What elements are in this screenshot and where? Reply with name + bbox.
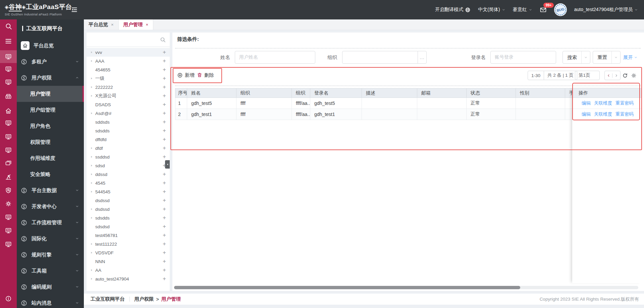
caret-right-icon[interactable] xyxy=(90,181,95,185)
add-node-button[interactable]: + xyxy=(163,136,166,142)
tree-node-10[interactable]: dffdfd+ xyxy=(87,135,170,144)
tree-node-0[interactable]: vvv+ xyxy=(87,48,170,57)
add-node-button[interactable]: + xyxy=(163,93,166,99)
tree-node-9[interactable]: sdsdds+ xyxy=(87,126,170,135)
next-page-button[interactable] xyxy=(612,73,620,78)
breadcrumb-parent[interactable]: 用户权限 xyxy=(135,296,154,302)
add-node-button[interactable]: + xyxy=(163,101,166,108)
add-node-button[interactable]: + xyxy=(163,275,166,282)
avatar[interactable]: BUG xyxy=(554,3,567,16)
search-button[interactable]: 搜索 xyxy=(562,51,590,64)
tree-node-22[interactable]: test111222+ xyxy=(87,240,170,248)
reset-button[interactable]: 重置 xyxy=(593,51,621,64)
close-tab-icon[interactable]: × xyxy=(146,22,149,27)
table-row[interactable]: 2gdh_test1ffffffff/aa...gdh_test1正常 xyxy=(175,109,572,120)
add-node-button[interactable]: + xyxy=(163,258,166,264)
menu-fold-icon[interactable] xyxy=(70,6,78,13)
screen-icon[interactable] xyxy=(0,130,17,143)
caret-right-icon[interactable] xyxy=(90,164,95,167)
tab-1[interactable]: 用户管理× xyxy=(119,19,154,30)
screen-icon[interactable] xyxy=(0,117,17,129)
refresh-icon[interactable] xyxy=(622,71,628,80)
user-menu[interactable]: auto_test247904租户管理员 xyxy=(574,7,638,13)
op-link-重置密码[interactable]: 重置密码 xyxy=(615,111,634,117)
page-number-input[interactable]: 第1页 xyxy=(575,71,600,80)
add-node-button[interactable]: + xyxy=(163,214,166,221)
home-icon[interactable] xyxy=(0,105,17,117)
screen-icon[interactable] xyxy=(0,224,17,237)
sidebar-item-8[interactable]: 安全策略 xyxy=(17,166,84,182)
sidebar-item-0[interactable]: 平台总览 xyxy=(17,38,84,54)
tab-0[interactable]: 平台总览× xyxy=(84,19,119,30)
add-node-button[interactable]: + xyxy=(163,66,166,73)
robot-icon[interactable] xyxy=(0,171,17,183)
add-node-button[interactable]: + xyxy=(163,153,166,160)
messages-button[interactable]: 99+ xyxy=(540,6,547,13)
add-node-button[interactable]: + xyxy=(163,127,166,134)
tree-node-21[interactable]: test456781+ xyxy=(87,231,170,240)
close-tab-icon[interactable]: × xyxy=(111,22,114,27)
sidebar-item-12[interactable]: 国际化 xyxy=(17,231,84,247)
caret-right-icon[interactable] xyxy=(90,77,95,80)
sidebar-item-5[interactable]: 用户角色 xyxy=(17,118,84,134)
add-node-button[interactable]: + xyxy=(163,267,166,273)
caret-right-icon[interactable] xyxy=(90,277,95,281)
caret-right-icon[interactable] xyxy=(90,251,95,254)
sidebar-item-1[interactable]: 多租户 xyxy=(17,54,84,70)
shield-icon[interactable] xyxy=(0,184,17,197)
collapse-panel-handle[interactable] xyxy=(165,160,170,169)
tree-node-20[interactable]: sdsdsd+ xyxy=(87,222,170,231)
add-node-button[interactable]: + xyxy=(163,180,166,186)
add-node-button[interactable]: + xyxy=(163,49,166,55)
sidebar-item-9[interactable]: 平台主数据 xyxy=(17,182,84,198)
info-icon[interactable] xyxy=(0,292,17,305)
add-node-button[interactable]: + xyxy=(163,119,166,125)
tree-node-2[interactable]: 454655+ xyxy=(87,65,170,74)
caret-right-icon[interactable] xyxy=(90,173,95,176)
org-input[interactable] xyxy=(342,51,418,64)
menu-icon[interactable] xyxy=(0,35,17,48)
tree-node-3[interactable]: 一级+ xyxy=(87,74,170,83)
org-picker-button[interactable]: ... xyxy=(418,51,427,64)
sidebar-item-16[interactable]: 站内消息 xyxy=(17,295,84,308)
caret-right-icon[interactable] xyxy=(90,146,95,150)
tree-node-23[interactable]: VDSVDF+ xyxy=(87,248,170,257)
tree-node-8[interactable]: sddsds+ xyxy=(87,118,170,126)
add-node-button[interactable]: + xyxy=(163,206,166,212)
add-node-button[interactable]: + xyxy=(163,197,166,203)
op-link-编辑[interactable]: 编辑 xyxy=(582,111,591,117)
caret-right-icon[interactable] xyxy=(90,85,95,89)
caret-right-icon[interactable] xyxy=(90,216,95,220)
add-node-button[interactable]: + xyxy=(163,241,166,247)
add-node-button[interactable]: + xyxy=(163,223,166,230)
screen-icon[interactable] xyxy=(0,211,17,224)
tree-node-11[interactable]: dfdf+ xyxy=(87,144,170,152)
chevron-down-icon[interactable] xyxy=(581,51,590,63)
table-settings-gear-icon[interactable] xyxy=(631,71,637,80)
tree-node-13[interactable]: sdsd+ xyxy=(87,161,170,170)
tree-node-16[interactable]: 544545+ xyxy=(87,187,170,196)
tree-search-input[interactable] xyxy=(87,33,170,47)
tree-node-24[interactable]: NNN+ xyxy=(87,257,170,266)
add-node-button[interactable]: + xyxy=(163,84,166,90)
screens-icon[interactable] xyxy=(0,157,17,170)
add-node-button[interactable]: + xyxy=(163,110,166,116)
add-node-button[interactable]: + xyxy=(163,145,166,151)
screen-icon[interactable] xyxy=(0,63,17,75)
chevron-down-icon[interactable] xyxy=(611,51,620,63)
caret-right-icon[interactable] xyxy=(90,268,95,272)
sidebar-item-2[interactable]: 用户权限 xyxy=(17,70,84,86)
tree-node-14[interactable]: ddssd+ xyxy=(87,170,170,179)
caret-right-icon[interactable] xyxy=(90,190,95,193)
add-node-button[interactable]: + xyxy=(163,232,166,238)
screen-icon[interactable] xyxy=(0,76,17,88)
screen-icon[interactable] xyxy=(0,50,17,63)
op-link-编辑[interactable]: 编辑 xyxy=(582,100,591,106)
tree-node-17[interactable]: dsdssd+ xyxy=(87,196,170,205)
name-input[interactable]: 用户姓名 xyxy=(235,51,315,64)
tree-node-6[interactable]: DSADS+ xyxy=(87,100,170,109)
tree-node-4[interactable]: 2222222+ xyxy=(87,83,170,91)
caret-right-icon[interactable] xyxy=(90,59,95,63)
screen-icon[interactable] xyxy=(0,238,17,251)
tree-node-26[interactable]: auto_test247904+ xyxy=(87,274,170,283)
